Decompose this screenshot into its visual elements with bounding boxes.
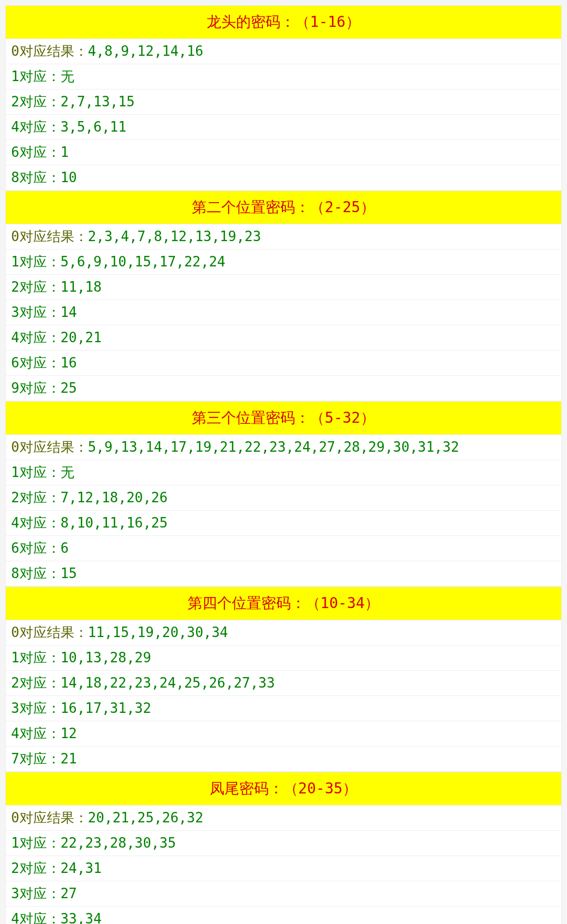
row-key: 4对应： [11, 119, 61, 135]
data-row: 0对应结果：5,9,13,14,17,19,21,22,23,24,27,28,… [5, 435, 562, 460]
data-row: 0对应结果：11,15,19,20,30,34 [5, 620, 562, 645]
data-row: 4对应：12 [5, 721, 562, 747]
data-row: 3对应：16,17,31,32 [5, 696, 562, 721]
section: 第四个位置密码：（10-34）0对应结果：11,15,19,20,30,341对… [5, 587, 562, 772]
section: 龙头的密码：（1-16）0对应结果：4,8,9,12,14,161对应：无2对应… [5, 5, 562, 191]
row-value: 11,18 [61, 279, 102, 295]
password-index-document: 龙头的密码：（1-16）0对应结果：4,8,9,12,14,161对应：无2对应… [5, 5, 562, 924]
row-key: 6对应： [11, 355, 61, 371]
data-row: 4对应：20,21 [5, 325, 562, 351]
data-row: 4对应：3,5,6,11 [5, 115, 562, 140]
row-key: 0对应结果： [11, 43, 88, 59]
data-row: 1对应：无 [5, 460, 562, 485]
row-value: 24,31 [61, 860, 102, 876]
data-row: 6对应：6 [5, 536, 562, 561]
data-row: 6对应：1 [5, 140, 562, 165]
data-row: 9对应：25 [5, 376, 562, 401]
section-header: 龙头的密码：（1-16） [5, 5, 562, 39]
data-row: 2对应：11,18 [5, 275, 562, 300]
row-key: 7对应： [11, 751, 61, 767]
row-value: 1 [61, 144, 69, 160]
section: 第三个位置密码：（5-32）0对应结果：5,9,13,14,17,19,21,2… [5, 401, 562, 587]
data-row: 4对应：33,34 [5, 907, 562, 924]
row-value: 2,3,4,7,8,12,13,19,23 [88, 228, 261, 244]
data-row: 0对应结果：2,3,4,7,8,12,13,19,23 [5, 224, 562, 250]
row-key: 2对应： [11, 675, 61, 691]
row-key: 2对应： [11, 279, 61, 295]
section: 第二个位置密码：（2-25）0对应结果：2,3,4,7,8,12,13,19,2… [5, 191, 562, 401]
row-value: 6 [61, 540, 69, 556]
section-header: 第四个位置密码：（10-34） [5, 587, 562, 620]
row-value: 10 [61, 170, 77, 185]
row-key: 0对应结果： [11, 228, 88, 244]
row-value: 16 [61, 355, 77, 371]
row-key: 3对应： [11, 700, 61, 716]
row-key: 2对应： [11, 94, 61, 110]
row-key: 1对应： [11, 650, 61, 665]
row-key: 1对应： [11, 68, 61, 84]
row-value: 27 [61, 886, 77, 901]
data-row: 3对应：14 [5, 300, 562, 325]
row-key: 9对应： [11, 380, 61, 396]
data-row: 2对应：24,31 [5, 856, 562, 881]
row-value: 20,21,25,26,32 [88, 810, 203, 826]
row-value: 10,13,28,29 [61, 650, 151, 665]
row-value: 16,17,31,32 [61, 700, 151, 716]
data-row: 1对应：无 [5, 64, 562, 90]
row-key: 1对应： [11, 254, 61, 270]
row-key: 8对应： [11, 565, 61, 581]
row-value: 5,9,13,14,17,19,21,22,23,24,27,28,29,30,… [88, 439, 459, 455]
row-value: 20,21 [61, 330, 102, 345]
row-key: 4对应： [11, 726, 61, 741]
row-key: 0对应结果： [11, 624, 88, 640]
row-key: 0对应结果： [11, 810, 88, 826]
row-value: 7,12,18,20,26 [61, 490, 168, 505]
row-value: 22,23,28,30,35 [61, 835, 176, 851]
data-row: 1对应：10,13,28,29 [5, 645, 562, 671]
row-value: 无 [61, 464, 74, 480]
data-row: 2对应：14,18,22,23,24,25,26,27,33 [5, 671, 562, 696]
data-row: 1对应：5,6,9,10,15,17,22,24 [5, 250, 562, 275]
data-row: 7对应：21 [5, 747, 562, 772]
row-key: 8对应： [11, 170, 61, 185]
section-header: 第二个位置密码：（2-25） [5, 191, 562, 224]
row-value: 4,8,9,12,14,16 [88, 43, 203, 59]
data-row: 4对应：8,10,11,16,25 [5, 511, 562, 536]
data-row: 8对应：15 [5, 561, 562, 587]
row-value: 25 [61, 380, 77, 396]
data-row: 1对应：22,23,28,30,35 [5, 831, 562, 856]
row-value: 3,5,6,11 [61, 119, 126, 135]
section-header: 凤尾密码：（20-35） [5, 772, 562, 806]
data-row: 0对应结果：4,8,9,12,14,16 [5, 39, 562, 64]
row-value: 5,6,9,10,15,17,22,24 [61, 254, 226, 270]
row-key: 4对应： [11, 515, 61, 531]
section-header: 第三个位置密码：（5-32） [5, 401, 562, 435]
row-key: 2对应： [11, 490, 61, 505]
data-row: 8对应：10 [5, 165, 562, 191]
row-key: 1对应： [11, 835, 61, 851]
row-value: 33,34 [61, 911, 102, 924]
data-row: 2对应：7,12,18,20,26 [5, 485, 562, 511]
row-key: 6对应： [11, 144, 61, 160]
section: 凤尾密码：（20-35）0对应结果：20,21,25,26,321对应：22,2… [5, 772, 562, 924]
row-value: 12 [61, 726, 77, 741]
row-key: 4对应： [11, 911, 61, 924]
data-row: 3对应：27 [5, 881, 562, 907]
row-value: 11,15,19,20,30,34 [88, 624, 228, 640]
row-key: 3对应： [11, 304, 61, 320]
row-value: 8,10,11,16,25 [61, 515, 168, 531]
row-value: 14 [61, 304, 77, 320]
row-value: 14,18,22,23,24,25,26,27,33 [61, 675, 275, 691]
row-key: 3对应： [11, 886, 61, 901]
data-row: 2对应：2,7,13,15 [5, 90, 562, 115]
row-value: 2,7,13,15 [61, 94, 135, 110]
data-row: 6对应：16 [5, 351, 562, 376]
row-value: 21 [61, 751, 77, 767]
row-key: 4对应： [11, 330, 61, 345]
row-key: 0对应结果： [11, 439, 88, 455]
row-value: 15 [61, 565, 77, 581]
row-key: 2对应： [11, 860, 61, 876]
data-row: 0对应结果：20,21,25,26,32 [5, 806, 562, 831]
row-key: 1对应： [11, 464, 61, 480]
row-value: 无 [61, 68, 74, 84]
